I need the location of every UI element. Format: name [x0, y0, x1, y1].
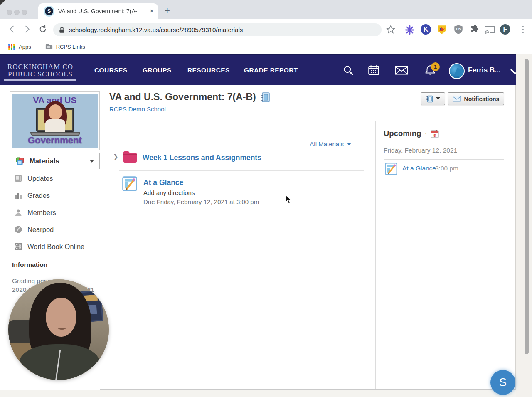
- webcam-person-face: [46, 298, 76, 337]
- grades-icon: [14, 191, 22, 200]
- nav-courses[interactable]: COURSES: [94, 55, 127, 85]
- sidebar-item-materials[interactable]: Materials: [10, 153, 100, 169]
- materials-filter-dropdown[interactable]: All Materials: [310, 141, 344, 148]
- close-window-button[interactable]: [7, 10, 12, 15]
- url-text: schoology.rockingham.k12.va.us/course/28…: [69, 26, 243, 33]
- filter-rule-left: [119, 144, 304, 144]
- rcps-links-bookmark[interactable]: RCPS Links: [56, 44, 85, 50]
- sidebar-item-world-book[interactable]: World Book Online: [14, 241, 84, 252]
- folder-icon[interactable]: [123, 150, 138, 163]
- notifications-button-label: Notifications: [464, 96, 500, 102]
- sidebar-item-nearpod[interactable]: Nearpod: [14, 224, 54, 235]
- nav-resources[interactable]: RESOURCES: [187, 55, 230, 85]
- filter-caret-icon[interactable]: [347, 143, 351, 145]
- extension-starburst-icon[interactable]: [404, 25, 415, 35]
- nav-grade-report[interactable]: GRADE REPORT: [244, 55, 298, 85]
- updates-icon: [14, 174, 22, 183]
- materials-filter-row: All Materials: [119, 141, 364, 148]
- url-bar[interactable]: schoology.rockingham.k12.va.us/course/28…: [53, 23, 382, 36]
- schoology-favicon-icon: S: [45, 7, 53, 15]
- sidebar-item-label: Members: [27, 209, 56, 217]
- apps-bookmark[interactable]: Apps: [19, 44, 31, 50]
- scrollbar-gutter: [516, 54, 532, 397]
- upcoming-assignment-icon[interactable]: [385, 163, 397, 175]
- svg-text:5: 5: [433, 133, 436, 137]
- sidebar-item-label: World Book Online: [27, 243, 84, 251]
- row-divider: [119, 170, 364, 171]
- upcoming-date: Friday, February 12, 2021: [384, 147, 457, 154]
- calendar-icon[interactable]: [366, 63, 381, 78]
- upcoming-separator: ·: [424, 129, 427, 138]
- browser-tab[interactable]: S VA and U.S. Government: 7(A- ×: [38, 3, 158, 19]
- sidebar-item-label: Nearpod: [27, 226, 54, 234]
- bitmoji-body: [45, 119, 65, 133]
- notebook-button-icon: [426, 95, 433, 103]
- assignment-due-date: Due Friday, February 12, 2021 at 3:00 pm: [143, 198, 259, 205]
- assignment-description: Add any directions: [143, 189, 195, 196]
- district-logo[interactable]: ROCKINGHAM CO PUBLIC SCHOOLS: [4, 61, 76, 81]
- world-book-icon: [14, 242, 22, 251]
- back-icon[interactable]: [7, 25, 17, 34]
- webcam-overlay: [8, 279, 109, 380]
- messages-icon[interactable]: [394, 63, 409, 78]
- extension-ud-shield-icon[interactable]: UD: [453, 24, 464, 35]
- user-avatar[interactable]: [449, 63, 465, 79]
- upcoming-calendar-icon[interactable]: 5: [431, 129, 439, 138]
- search-icon[interactable]: [341, 63, 356, 78]
- extensions-puzzle-icon[interactable]: [469, 24, 480, 35]
- upcoming-event-link[interactable]: At a Glance: [402, 165, 436, 172]
- filter-rule-right: [356, 144, 364, 144]
- forward-icon[interactable]: [22, 25, 32, 34]
- materials-caret-icon: [89, 160, 94, 163]
- extension-yellow-shield-icon[interactable]: [436, 24, 447, 35]
- sidebar-item-members[interactable]: Members: [14, 207, 56, 218]
- reload-icon[interactable]: [38, 25, 47, 34]
- user-name[interactable]: Ferris B...: [468, 55, 500, 85]
- schoology-navbar: ROCKINGHAM CO PUBLIC SCHOOLS COURSES GRO…: [0, 54, 532, 85]
- cast-icon[interactable]: [485, 25, 495, 35]
- content-frame: [100, 85, 516, 390]
- tab-title: VA and U.S. Government: 7(A-: [58, 8, 145, 15]
- extension-kami-icon[interactable]: K: [421, 24, 431, 35]
- assignment-link[interactable]: At a Glance: [143, 178, 183, 187]
- upcoming-heading: Upcoming · 5: [384, 129, 439, 138]
- nav-groups[interactable]: GROUPS: [143, 55, 172, 85]
- bookmark-folder-icon[interactable]: [45, 44, 53, 50]
- upcoming-event-time: 3:00 pm: [435, 165, 458, 172]
- apps-grid-icon[interactable]: [8, 44, 15, 50]
- browser-profile-avatar[interactable]: F: [500, 24, 510, 35]
- course-notebook-icon: [260, 92, 270, 103]
- tab-close-icon[interactable]: ×: [150, 7, 154, 15]
- mouse-cursor: [285, 195, 292, 205]
- notification-count-badge[interactable]: 1: [431, 62, 440, 71]
- folder-link[interactable]: Week 1 Lessons and Assignments: [143, 153, 261, 162]
- materials-view-dropdown-button[interactable]: [421, 92, 445, 105]
- bitmoji-face: [49, 104, 62, 120]
- information-heading: Information: [12, 261, 94, 272]
- nearpod-icon: [14, 225, 22, 234]
- maximize-window-button[interactable]: [22, 10, 27, 15]
- screencast-widget[interactable]: S: [490, 370, 515, 395]
- browser-tab-strip: S VA and U.S. Government: 7(A- × +: [0, 0, 532, 19]
- lock-icon: [59, 27, 65, 33]
- new-tab-button[interactable]: +: [165, 7, 170, 15]
- course-image-title-bottom: Government: [12, 135, 98, 146]
- scrollbar-thumb[interactable]: [525, 59, 529, 354]
- notifications-button[interactable]: Notifications: [448, 92, 504, 105]
- bookmark-star-icon[interactable]: [386, 25, 396, 35]
- course-image[interactable]: VA and US Government: [10, 91, 100, 150]
- sidebar-item-label: Grades: [27, 192, 50, 200]
- sidebar-item-grades[interactable]: Grades: [14, 190, 50, 201]
- title-divider: [109, 121, 504, 121]
- assignment-icon[interactable]: [122, 176, 137, 191]
- screen: S VA and U.S. Government: 7(A- × + schoo…: [0, 0, 532, 397]
- logo-line1: ROCKINGHAM CO: [7, 63, 73, 71]
- row-divider: [119, 214, 364, 214]
- desktop-corner: [0, 0, 6, 5]
- sidebar-item-updates[interactable]: Updates: [14, 173, 53, 184]
- school-link[interactable]: RCPS Demo School: [109, 106, 166, 113]
- folder-expand-chevron[interactable]: ❯: [113, 153, 118, 160]
- browser-menu-kebab-icon[interactable]: [518, 25, 528, 35]
- minimize-window-button[interactable]: [14, 10, 20, 15]
- members-icon: [14, 208, 22, 217]
